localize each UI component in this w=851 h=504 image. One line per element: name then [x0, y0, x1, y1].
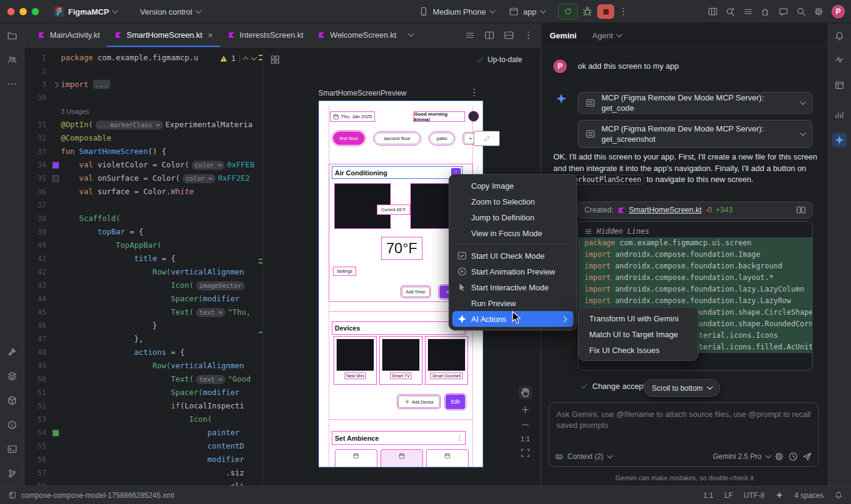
- code-line[interactable]: 46 }: [24, 319, 263, 332]
- context-selector[interactable]: Context (2): [567, 452, 603, 461]
- settings-label[interactable]: Settings: [333, 267, 356, 276]
- next-issue-icon[interactable]: [251, 54, 257, 60]
- project-widget[interactable]: FigmaMCP: [54, 0, 117, 23]
- preview-greeting[interactable]: Good morning Emma!: [413, 111, 465, 122]
- build-icon[interactable]: [5, 345, 19, 359]
- tab-smarthomescreen-kt[interactable]: SmartHomeScreen.kt×: [107, 23, 220, 47]
- grid-view-icon[interactable]: [270, 55, 280, 65]
- menu-item-start-interactive-mode[interactable]: Start Interactive Mode: [452, 279, 573, 295]
- close-window-button[interactable]: [7, 8, 15, 15]
- version-control-icon[interactable]: [5, 466, 19, 481]
- code-line[interactable]: 41 title = {: [24, 252, 263, 265]
- prompt-history-icon[interactable]: [788, 452, 798, 461]
- scroll-to-bottom-button[interactable]: Scroll to bottom: [643, 379, 720, 397]
- prompt-input[interactable]: Ask Gemini, use @filename to attach sour…: [548, 402, 819, 467]
- code-line[interactable]: 43 Icon(imageVector: [24, 279, 263, 292]
- preview-resize-handle[interactable]: [474, 131, 500, 146]
- more-run-actions-icon[interactable]: [618, 7, 628, 16]
- code-line[interactable]: 36 val surface = Color.White: [24, 185, 263, 198]
- code-line[interactable]: 58 .cli: [24, 480, 263, 486]
- section-menu-icon[interactable]: [457, 435, 463, 441]
- debug-button[interactable]: [582, 6, 593, 17]
- terminal-icon[interactable]: [5, 442, 19, 457]
- menu-item-zoom-to-selection[interactable]: Zoom to Selection: [452, 194, 573, 209]
- tabs-dropdown-icon[interactable]: [408, 30, 414, 37]
- previous-issue-icon[interactable]: [243, 56, 249, 62]
- tab-welcomescreen-kt[interactable]: WelcomeScreen.kt: [310, 23, 404, 47]
- code-line[interactable]: 52 if(LocalInspecti: [24, 399, 263, 413]
- code-line[interactable]: 53 Icon(: [24, 413, 263, 426]
- color-swatch[interactable]: [52, 175, 59, 182]
- code-line[interactable]: 45 Text(text ="Thu,: [24, 306, 263, 319]
- code-line[interactable]: 54 painter: [24, 426, 263, 439]
- search-icon[interactable]: [796, 7, 806, 16]
- vcs-menu-label[interactable]: Version control: [140, 7, 192, 16]
- ambience-card[interactable]: [380, 449, 423, 467]
- code-line[interactable]: 33fun SmartHomeScreen() {: [24, 145, 263, 158]
- color-swatch[interactable]: [52, 430, 59, 436]
- zoom-to-fit-icon[interactable]: [520, 448, 530, 458]
- zoom-in-icon[interactable]: [520, 405, 530, 415]
- profiler-icon[interactable]: [832, 52, 847, 67]
- code-line[interactable]: 50 Text(text ="Good: [24, 373, 263, 386]
- code-line[interactable]: 35 val onSurface = Color(color =0xFF2E2: [24, 172, 263, 185]
- created-file-link[interactable]: SmartHomeScreen.kt: [629, 206, 701, 214]
- problems-icon[interactable]: [5, 418, 19, 432]
- code-line[interactable]: 30: [24, 91, 263, 105]
- menu-item-view-in-focus-mode[interactable]: View in Focus Mode: [452, 225, 573, 241]
- zoom-actual-size[interactable]: 1:1: [520, 435, 530, 443]
- tab-mainactivity-kt[interactable]: MainActivity.kt: [30, 23, 107, 47]
- caret-position[interactable]: 1:1: [703, 491, 713, 500]
- split-vertical-icon[interactable]: [485, 30, 494, 40]
- minimize-window-button[interactable]: [19, 8, 27, 15]
- split-horizontal-icon[interactable]: [504, 30, 514, 40]
- submenu-item-match-ui-to-target-image[interactable]: Match UI to Target Image: [582, 326, 695, 342]
- maximize-window-button[interactable]: [32, 8, 39, 15]
- pan-tool-icon[interactable]: [519, 386, 532, 399]
- app-insights-icon[interactable]: [832, 107, 847, 122]
- devices-section-header[interactable]: Devices: [332, 321, 466, 335]
- code-line[interactable]: 57 .siz: [24, 466, 263, 480]
- code-editor[interactable]: 1package com.example.figmamcp.u23import …: [24, 47, 263, 486]
- line-separator[interactable]: LF: [724, 491, 733, 500]
- code-line[interactable]: 40 TopAppBar(: [24, 239, 263, 252]
- code-line[interactable]: 49 Row(verticalAlignmen: [24, 359, 263, 373]
- current-temp-chip[interactable]: Current 69°F: [377, 205, 410, 215]
- preview-tab-patio[interactable]: patio: [430, 133, 454, 144]
- code-line[interactable]: 51 Spacer(modifier: [24, 386, 263, 399]
- preview-tab-first-floor[interactable]: first floor: [333, 131, 365, 145]
- temperature-display[interactable]: 70°F: [381, 237, 422, 260]
- model-selector[interactable]: Gemini 2.5 Pro: [713, 452, 762, 461]
- preview-date-chip[interactable]: Thu, Jan 2025: [330, 111, 375, 122]
- usages-hint[interactable]: 3 Usages: [24, 105, 263, 118]
- submenu-item-transform-ui-with-gemini[interactable]: Transform UI with Gemini: [582, 310, 695, 326]
- code-line[interactable]: 38 Scaffold(: [24, 212, 263, 225]
- editor-list-icon[interactable]: [465, 30, 475, 40]
- color-swatch[interactable]: [52, 162, 59, 169]
- ambience-card[interactable]: [335, 449, 377, 467]
- gemini-settings-icon[interactable]: [774, 452, 784, 461]
- send-button[interactable]: [802, 452, 812, 461]
- preview-avatar[interactable]: [468, 111, 479, 122]
- device-explorer-icon[interactable]: [5, 393, 19, 408]
- ac-section-title-selected[interactable]: Air Conditioning: [332, 166, 463, 179]
- notifications-icon[interactable]: [832, 29, 847, 43]
- vcs-widget[interactable]: Version control: [140, 0, 200, 23]
- add-device-button[interactable]: Add Device: [398, 396, 440, 408]
- submenu-item-fix-ui-check-issues[interactable]: Fix UI Check Issues: [582, 342, 695, 358]
- preview-menu-icon[interactable]: [469, 88, 479, 97]
- code-line[interactable]: 31@OptIn(...markerClass =ExperimentalMat…: [24, 118, 263, 131]
- code-line[interactable]: 47 },: [24, 332, 263, 346]
- code-line[interactable]: 2: [24, 65, 263, 78]
- stop-button[interactable]: [597, 4, 614, 19]
- preview-tab-second-floor[interactable]: second floor: [374, 133, 420, 144]
- plugins-icon[interactable]: [761, 7, 771, 16]
- device-card[interactable]: Smart TV: [379, 336, 422, 385]
- more-tool-windows-icon[interactable]: [5, 77, 19, 91]
- edit-button[interactable]: Edit: [446, 394, 465, 409]
- device-card[interactable]: Nest Mini: [334, 336, 377, 385]
- zoom-out-icon[interactable]: [520, 420, 530, 430]
- tab-gemini[interactable]: Gemini: [550, 31, 576, 40]
- fold-icon[interactable]: [52, 82, 58, 88]
- indent-setting[interactable]: 4 spaces: [794, 491, 824, 500]
